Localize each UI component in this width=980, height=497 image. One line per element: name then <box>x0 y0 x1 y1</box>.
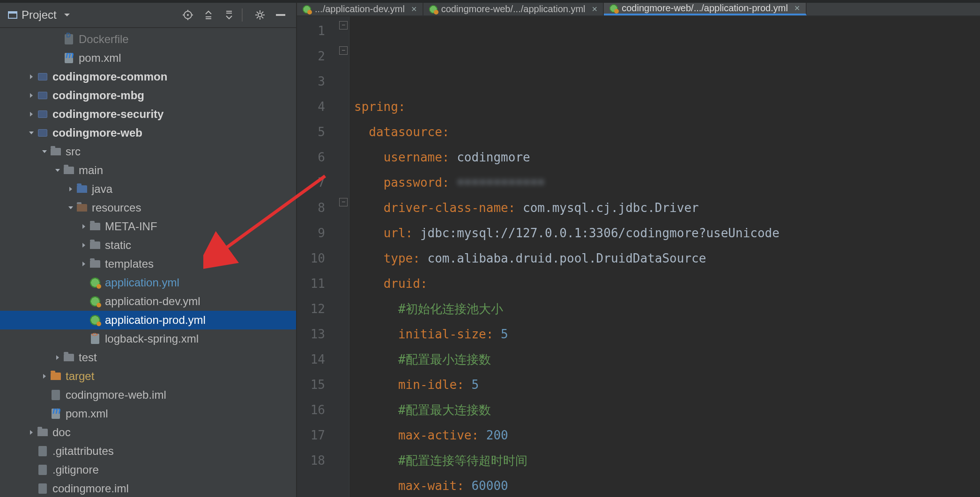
hide-icon[interactable] <box>273 7 289 23</box>
tree-row-application-dev-yml[interactable]: application-dev.yml <box>0 292 296 311</box>
code-line[interactable]: username: codingmore <box>354 145 980 170</box>
editor-tab[interactable]: .../application-dev.yml× <box>297 3 423 15</box>
tree-node-icon <box>89 277 101 289</box>
code-line[interactable]: type: com.alibaba.druid.pool.DruidDataSo… <box>354 246 980 271</box>
line-gutter: 123456789101112131415161718 <box>297 16 338 497</box>
code-line[interactable]: max-wait: 60000 <box>354 473 980 497</box>
code-line[interactable]: #配置最小连接数 <box>354 347 980 372</box>
tree-arrow-icon[interactable] <box>26 73 37 80</box>
tree-arrow-icon[interactable] <box>79 242 89 248</box>
line-number: 4 <box>297 94 325 119</box>
code-line[interactable]: min-idle: 5 <box>354 372 980 397</box>
tree-row-doc[interactable]: doc <box>0 423 296 442</box>
tree-node-label: target <box>66 367 94 386</box>
tree-node-icon <box>89 295 101 307</box>
code-line[interactable]: initial-size: 5 <box>354 322 980 347</box>
tree-node-icon <box>63 52 75 64</box>
tree-node-icon <box>63 351 75 364</box>
tree-arrow-icon[interactable] <box>79 223 89 230</box>
collapse-all-icon[interactable] <box>221 7 237 23</box>
tree-node-icon <box>76 202 88 214</box>
tree-arrow-icon[interactable] <box>66 186 76 192</box>
tree-row-templates[interactable]: templates <box>0 255 296 273</box>
tree-node-icon <box>89 333 101 345</box>
tree-node-label: codingmore.iml <box>52 479 129 497</box>
editor-tab[interactable]: codingmore-web/.../application-prod.yml× <box>604 3 806 15</box>
locate-icon[interactable] <box>180 7 196 23</box>
line-number: 18 <box>297 448 325 473</box>
tree-arrow-icon[interactable] <box>52 354 63 361</box>
tree-row-codingmore-mbg[interactable]: codingmore-mbg <box>0 86 296 105</box>
tree-row-src[interactable]: src <box>0 142 296 161</box>
code-line[interactable]: driver-class-name: com.mysql.cj.jdbc.Dri… <box>354 195 980 220</box>
tree-arrow-icon[interactable] <box>26 429 37 436</box>
tree-row-application-yml[interactable]: application.yml <box>0 273 296 292</box>
tree-row-dockerfile[interactable]: Dockerfile <box>0 30 296 49</box>
code-line[interactable]: #初始化连接池大小 <box>354 296 980 322</box>
tree-arrow-icon[interactable] <box>26 130 37 136</box>
tree-row-resources[interactable]: resources <box>0 198 296 217</box>
tree-row-test[interactable]: test <box>0 348 296 367</box>
project-header: Project <box>0 3 296 28</box>
code-line[interactable]: datasource: <box>354 119 980 145</box>
tree-arrow-icon[interactable] <box>26 111 37 117</box>
tree-arrow-icon[interactable] <box>66 205 76 211</box>
tree-arrow-icon[interactable] <box>39 148 50 155</box>
tree-row--gitattributes[interactable]: .gitattributes <box>0 442 296 460</box>
tree-node-label: application.yml <box>105 273 179 292</box>
fold-column[interactable]: − − − <box>338 16 349 497</box>
tree-row-pom-xml[interactable]: pom.xml <box>0 404 296 423</box>
tree-row-static[interactable]: static <box>0 236 296 255</box>
code-line[interactable]: url: jdbc:mysql://127.0.0.1:3306/codingm… <box>354 220 980 246</box>
tree-row-application-prod-yml[interactable]: application-prod.yml <box>0 311 296 329</box>
tree-row-codingmore-web-iml[interactable]: codingmore-web.iml <box>0 386 296 404</box>
code-line[interactable]: druid: <box>354 271 980 296</box>
tree-row-target[interactable]: target <box>0 367 296 386</box>
tree-node-label: codingmore-security <box>52 105 163 124</box>
close-tab-icon[interactable]: × <box>411 4 417 15</box>
close-tab-icon[interactable]: × <box>794 3 800 14</box>
tree-row--gitignore[interactable]: .gitignore <box>0 460 296 479</box>
tree-row-pom-xml[interactable]: pom.xml <box>0 49 296 67</box>
line-number: 10 <box>297 246 325 271</box>
tree-arrow-icon[interactable] <box>39 373 50 380</box>
line-number: 1 <box>297 18 325 44</box>
line-number: 8 <box>297 195 325 220</box>
yml-icon <box>303 5 311 14</box>
code-area[interactable]: spring: datasource: username: codingmore… <box>349 16 980 497</box>
gear-icon[interactable] <box>252 7 268 23</box>
code-line[interactable]: #配置最大连接数 <box>354 397 980 423</box>
divider <box>242 8 243 22</box>
tree-arrow-icon[interactable] <box>79 261 89 267</box>
line-number: 2 <box>297 44 325 69</box>
tree-row-main[interactable]: main <box>0 161 296 180</box>
line-number: 11 <box>297 271 325 296</box>
tree-row-java[interactable]: java <box>0 180 296 198</box>
tree-row-meta-inf[interactable]: META-INF <box>0 217 296 236</box>
tree-row-codingmore-security[interactable]: codingmore-security <box>0 105 296 124</box>
code-line[interactable]: #配置连接等待超时时间 <box>354 448 980 473</box>
code-line[interactable]: max-active: 200 <box>354 423 980 448</box>
tree-node-icon <box>37 127 49 139</box>
tree-row-codingmore-common[interactable]: codingmore-common <box>0 67 296 86</box>
tree-arrow-icon[interactable] <box>26 92 37 99</box>
code-line[interactable]: password: •••••••••••• <box>354 170 980 195</box>
tree-node-icon <box>89 258 101 270</box>
tree-arrow-icon[interactable] <box>52 167 63 174</box>
tree-row-codingmore-web[interactable]: codingmore-web <box>0 124 296 142</box>
line-number: 7 <box>297 170 325 195</box>
tree-row-codingmore-iml[interactable]: codingmore.iml <box>0 479 296 497</box>
tree-row-logback-spring-xml[interactable]: logback-spring.xml <box>0 329 296 348</box>
project-dropdown-arrow[interactable] <box>63 11 71 19</box>
project-tree[interactable]: Dockerfilepom.xmlcodingmore-commoncoding… <box>0 28 296 497</box>
expand-all-icon[interactable] <box>200 7 216 23</box>
tree-node-icon <box>37 482 49 495</box>
svg-line-14 <box>262 17 263 18</box>
tree-node-label: doc <box>52 423 71 442</box>
editor-tab[interactable]: codingmore-web/.../application.yml× <box>423 3 604 15</box>
yml-icon <box>609 4 618 13</box>
code-line[interactable]: spring: <box>354 94 980 119</box>
tree-node-label: resources <box>92 198 141 217</box>
tree-node-label: src <box>66 142 81 161</box>
close-tab-icon[interactable]: × <box>592 4 598 15</box>
